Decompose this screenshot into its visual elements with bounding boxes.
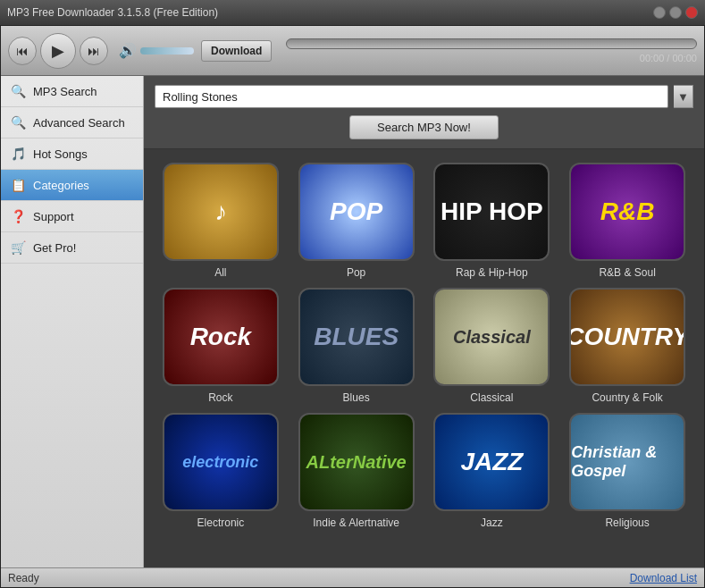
next-button[interactable]: ⏭ — [80, 37, 108, 65]
category-item-country[interactable]: COUNTRY Country & Folk — [564, 288, 691, 404]
category-item-blues[interactable]: BLUES Blues — [293, 288, 420, 404]
category-thumb-all: ♪ — [163, 163, 279, 261]
download-toolbar-button[interactable]: Download — [201, 40, 272, 62]
volume-area: 🔊 — [119, 42, 194, 59]
search-input-row: ▼ — [155, 85, 693, 108]
category-thumb-pop: POP — [298, 163, 415, 261]
window-controls — [653, 6, 698, 19]
category-thumb-rock: Rock — [163, 288, 279, 386]
categories-icon: 📋 — [10, 177, 26, 193]
category-item-pop[interactable]: POP Pop — [293, 163, 420, 279]
category-item-classical[interactable]: Classical Classical — [429, 288, 556, 404]
sidebar-label-mp3-search: MP3 Search — [33, 85, 97, 98]
category-item-electronic[interactable]: electronic Electronic — [157, 413, 284, 529]
sidebar-item-mp3-search[interactable]: 🔍 MP3 Search — [1, 76, 143, 107]
category-item-rnb[interactable]: R&B R&B & Soul — [564, 163, 691, 279]
sidebar-label-advanced-search: Advanced Search — [33, 116, 125, 130]
sidebar-item-hot-songs[interactable]: 🎵 Hot Songs — [1, 139, 143, 170]
categories-grid: ♪ All POP Pop HIP HOP Rap & Hip-Hop R&B … — [153, 158, 695, 533]
category-label-pop: Pop — [347, 266, 365, 279]
category-label-religious: Religious — [605, 517, 649, 529]
category-thumb-rap: HIP HOP — [433, 163, 550, 261]
progress-bar — [286, 38, 697, 49]
category-thumb-rnb: R&B — [569, 163, 685, 261]
transport-controls: ⏮ ▶ ⏭ — [8, 33, 108, 69]
sidebar-item-get-pro[interactable]: 🛒 Get Pro! — [1, 232, 143, 264]
category-item-indie[interactable]: ALterNative Indie & Alertnative — [293, 413, 420, 529]
support-icon: ❓ — [10, 208, 26, 224]
download-list-link[interactable]: Download List — [630, 572, 697, 584]
prev-button[interactable]: ⏮ — [8, 37, 37, 65]
sidebar-label-hot-songs: Hot Songs — [33, 147, 88, 161]
mp3-search-icon: 🔍 — [10, 83, 26, 99]
sidebar-label-get-pro: Get Pro! — [33, 241, 76, 255]
play-button[interactable]: ▶ — [40, 33, 76, 69]
hot-songs-icon: 🎵 — [10, 146, 26, 162]
sidebar-item-advanced-search[interactable]: 🔍 Advanced Search — [1, 107, 143, 139]
sidebar: 🔍 MP3 Search 🔍 Advanced Search 🎵 Hot Son… — [1, 76, 144, 567]
search-dropdown-button[interactable]: ▼ — [674, 85, 693, 108]
category-label-blues: Blues — [343, 391, 370, 404]
time-display: 00:00 / 00:00 — [286, 53, 697, 63]
category-item-rock[interactable]: Rock Rock — [157, 288, 284, 404]
main-content: 🔍 MP3 Search 🔍 Advanced Search 🎵 Hot Son… — [1, 76, 704, 567]
category-label-rnb: R&B & Soul — [599, 266, 655, 279]
category-label-rap: Rap & Hip-Hop — [456, 266, 528, 279]
category-thumb-blues: BLUES — [298, 288, 415, 386]
search-input[interactable] — [155, 85, 668, 108]
volume-icon: 🔊 — [119, 42, 137, 59]
app-title: MP3 Free Downloader 3.1.5.8 (Free Editio… — [7, 6, 218, 19]
categories-grid-wrapper[interactable]: ♪ All POP Pop HIP HOP Rap & Hip-Hop R&B … — [144, 149, 704, 567]
category-label-country: Country & Folk — [592, 391, 662, 404]
sidebar-label-support: Support — [33, 210, 74, 223]
category-item-all[interactable]: ♪ All — [157, 163, 284, 279]
maximize-button[interactable] — [669, 6, 682, 19]
category-label-electronic: Electronic — [197, 517, 245, 529]
sidebar-label-categories: Categories — [33, 179, 89, 192]
app-window: ⏮ ▶ ⏭ 🔊 Download 00:00 / 00:00 🔍 MP3 Sea… — [0, 25, 705, 588]
sidebar-item-categories[interactable]: 📋 Categories — [1, 170, 143, 201]
status-text: Ready — [8, 572, 39, 584]
search-mp3-button[interactable]: Search MP3 Now! — [349, 115, 499, 139]
category-label-rock: Rock — [208, 391, 232, 404]
category-item-jazz[interactable]: JAZZ Jazz — [429, 413, 556, 529]
status-bar: Ready Download List — [1, 567, 704, 587]
category-thumb-religious: Christian & Gospel — [569, 413, 685, 511]
advanced-search-icon: 🔍 — [10, 114, 26, 130]
get-pro-icon: 🛒 — [10, 239, 26, 256]
volume-slider[interactable] — [140, 47, 194, 55]
category-thumb-indie: ALterNative — [298, 413, 415, 511]
close-button[interactable] — [685, 6, 698, 19]
sidebar-item-support[interactable]: ❓ Support — [1, 201, 143, 232]
category-thumb-country: COUNTRY — [569, 288, 685, 386]
title-bar: MP3 Free Downloader 3.1.5.8 (Free Editio… — [0, 0, 705, 25]
category-thumb-electronic: electronic — [163, 413, 279, 511]
category-item-religious[interactable]: Christian & Gospel Religious — [564, 413, 691, 529]
category-item-rap[interactable]: HIP HOP Rap & Hip-Hop — [429, 163, 556, 279]
content-area: ▼ Search MP3 Now! ♪ All POP Pop HIP HOP … — [144, 76, 704, 567]
search-bar-area: ▼ Search MP3 Now! — [144, 76, 704, 149]
minimize-button[interactable] — [653, 6, 666, 19]
category-label-jazz: Jazz — [481, 517, 503, 529]
category-thumb-classical: Classical — [433, 288, 550, 386]
category-label-indie: Indie & Alertnative — [313, 517, 399, 529]
category-label-all: All — [214, 266, 226, 279]
toolbar: ⏮ ▶ ⏭ 🔊 Download 00:00 / 00:00 — [1, 26, 704, 76]
category-label-classical: Classical — [470, 391, 513, 404]
progress-area: 00:00 / 00:00 — [286, 38, 697, 63]
category-thumb-jazz: JAZZ — [433, 413, 550, 511]
